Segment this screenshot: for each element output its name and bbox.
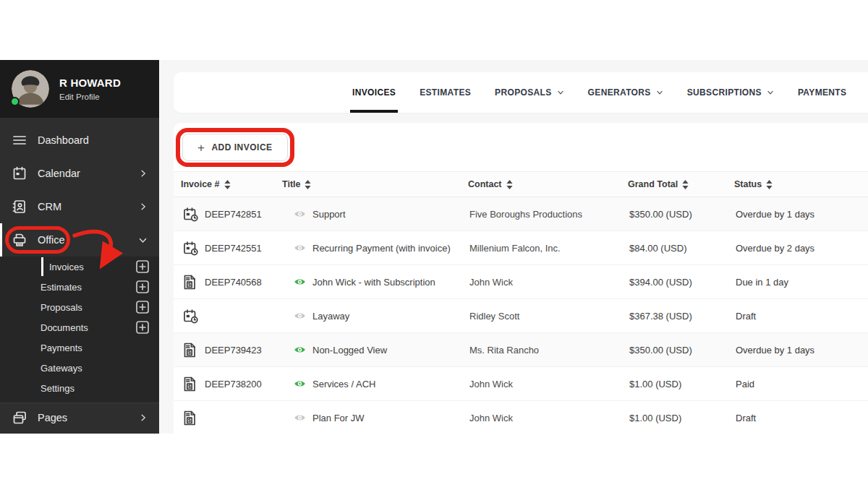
add-documents-button[interactable] [136,321,149,334]
sidebar-item-crm[interactable]: CRM [0,190,159,223]
invoice-contact: John Wick [469,277,629,288]
tab-label: INVOICES [352,87,396,98]
sidebar-subitem-label: Invoices [49,262,84,272]
column-label: Grand Total [628,179,678,189]
sidebar-item-dashboard[interactable]: Dashboard [0,124,159,157]
active-item-indicator [41,257,43,276]
invoice-title-cell: Plan For JW [284,413,469,423]
tab-label: ESTIMATES [420,87,471,98]
invoice-row[interactable]: DEEP742551Recurring Payment (with invoic… [174,231,868,265]
invoice-title-cell: Recurring Payment (with invoice) [284,243,469,254]
viewed-eye-icon [294,277,306,286]
tab-subscriptions[interactable]: SUBSCRIPTIONS [687,72,774,113]
column-header-contact[interactable]: Contact [468,179,628,189]
profile-text: R HOWARD Edit Profile [59,77,121,101]
chevron-down-icon [767,89,774,96]
invoice-number: DEEP738200 [205,379,284,389]
invoice-number: DEEP742851 [205,209,284,220]
profile-section[interactable]: R HOWARD Edit Profile [0,60,159,118]
invoice-title-cell: Non-Logged View [284,345,469,356]
sidebar-subitem-settings[interactable]: Settings [0,378,159,398]
sidebar-subitem-estimates[interactable]: Estimates [0,277,159,297]
invoice-status: Overdue by 1 days [736,209,868,220]
sidebar-subitem-label: Estimates [41,282,82,293]
invoice-contact: Millenium Falcon, Inc. [469,243,629,254]
invoice-contact: Five Boroughs Productions [469,209,629,220]
sidebar-item-calendar[interactable]: Calendar [0,157,159,190]
invoice-status: Draft [736,311,868,322]
tab-estimates[interactable]: ESTIMATES [420,72,471,113]
invoice-contact: Ridley Scott [469,311,629,322]
tab-label: GENERATORS [588,87,651,98]
edit-profile-link[interactable]: Edit Profile [59,92,121,101]
sidebar-subitem-proposals[interactable]: Proposals [0,297,159,317]
sidebar-item-label: Calendar [38,168,80,179]
invoice-row[interactable]: $DEEP738200Services / ACHJohn Wick$1.00 … [174,367,868,401]
pages-icon [12,410,27,426]
sidebar-item-pages[interactable]: Pages [0,403,159,431]
chevron-right-icon [139,413,148,422]
invoice-title: Non-Logged View [312,345,387,356]
invoice-doc-icon: $ [182,342,205,358]
chevron-down-icon [656,89,663,96]
invoice-row[interactable]: $Plan For JWJohn Wick$1.00 (USD)Draft [174,401,868,434]
tab-generators[interactable]: GENERATORS [588,72,663,113]
sort-icon [506,180,513,189]
tab-payments[interactable]: PAYMENTS [798,72,846,113]
column-header-title[interactable]: Title [282,179,468,189]
invoice-table: DEEP742851SupportFive Boroughs Productio… [174,197,868,434]
add-estimates-button[interactable] [136,280,149,293]
invoice-title-cell: John Wick - with Subscription [284,277,469,288]
invoice-grand-total: $394.00 (USD) [629,277,736,288]
add-invoice-button[interactable]: + ADD INVOICE [182,134,288,161]
column-header-status[interactable]: Status [734,179,868,189]
invoice-status: Due in 1 day [736,277,868,288]
office-printer-icon [12,232,27,248]
svg-text:$: $ [187,383,191,389]
invoice-grand-total: $1.00 (USD) [629,413,736,423]
column-header-invoice-[interactable]: Invoice # [181,179,282,189]
recurring-invoice-icon [182,206,205,223]
invoice-status: Overdue by 2 days [736,243,868,254]
main-content: INVOICESESTIMATESPROPOSALSGENERATORSSUBS… [159,60,868,434]
invoice-row[interactable]: DEEP742851SupportFive Boroughs Productio… [174,197,868,231]
sidebar-subitem-label: Gateways [41,363,82,374]
add-invoice-label: ADD INVOICE [211,142,272,152]
invoice-grand-total: $350.00 (USD) [629,345,736,356]
tab-label: PAYMENTS [798,87,846,98]
invoice-row[interactable]: $DEEP739423Non-Logged ViewMs. Rita Ranch… [174,333,868,367]
invoice-title-cell: Layaway [284,311,469,322]
sort-icon [682,180,689,189]
tab-label: SUBSCRIPTIONS [687,87,762,98]
recurring-invoice-icon [182,308,205,324]
sort-icon [305,180,311,189]
sidebar-subitem-invoices[interactable]: Invoices [0,257,159,277]
not-viewed-eye-icon [294,311,306,320]
sidebar-item-office[interactable]: Office [0,223,159,257]
sidebar-subitem-label: Documents [41,322,88,333]
sidebar: R HOWARD Edit Profile DashboardCalendarC… [0,60,159,434]
column-label: Status [734,179,762,189]
sidebar-subitem-gateways[interactable]: Gateways [0,358,159,378]
not-viewed-eye-icon [294,413,306,422]
invoice-row[interactable]: LayawayRidley Scott$367.38 (USD)Draft [174,299,868,333]
office-submenu: InvoicesEstimatesProposalsDocumentsPayme… [0,257,159,403]
tab-invoices[interactable]: INVOICES [352,72,396,113]
invoice-contact: John Wick [469,379,629,389]
sidebar-subitem-label: Settings [41,383,75,394]
invoice-grand-total: $350.00 (USD) [629,209,736,220]
invoice-grand-total: $1.00 (USD) [629,379,736,389]
chevron-right-icon [139,202,148,211]
add-invoices-button[interactable] [136,260,149,273]
add-proposals-button[interactable] [136,301,149,314]
column-header-grand-total[interactable]: Grand Total [628,179,734,189]
sidebar-subitem-payments[interactable]: Payments [0,337,159,358]
tab-proposals[interactable]: PROPOSALS [495,72,564,113]
profile-name: R HOWARD [59,77,121,89]
sidebar-subitem-documents[interactable]: Documents [0,317,159,337]
chevron-right-icon [139,169,148,178]
tab-bar: INVOICESESTIMATESPROPOSALSGENERATORSSUBS… [174,72,868,113]
invoice-doc-icon: $ [182,376,205,392]
avatar[interactable] [12,70,49,108]
invoice-row[interactable]: $DEEP740568John Wick - with Subscription… [174,265,868,299]
